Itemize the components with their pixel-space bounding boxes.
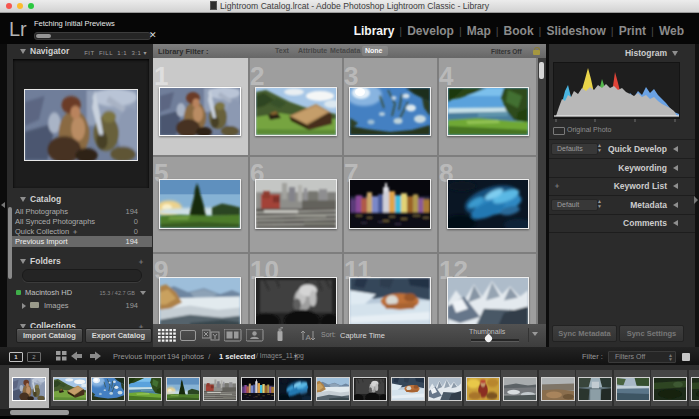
svg-text:A: A [306,333,312,342]
